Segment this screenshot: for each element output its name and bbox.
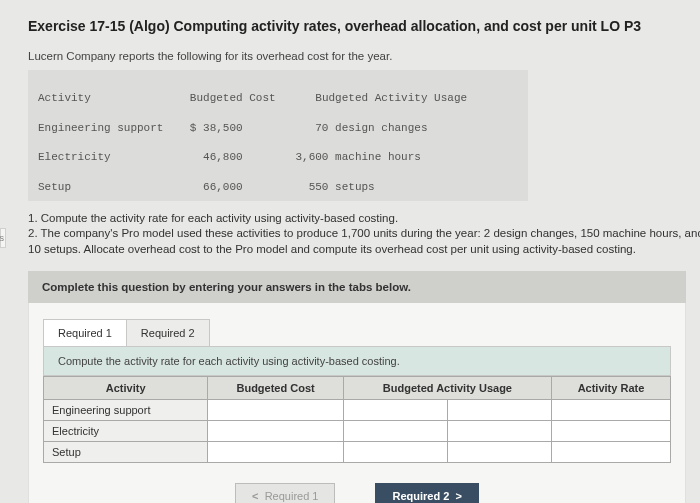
tab-strip: Required 1 Required 2 xyxy=(29,303,685,346)
row3-usage: 550 setups xyxy=(309,181,375,193)
answer-area: Required 1 Required 2 Compute the activi… xyxy=(28,303,686,503)
question-1: 1. Compute the activity rate for each ac… xyxy=(28,211,700,227)
prev-button[interactable]: < Required 1 xyxy=(235,483,335,503)
tab-required-2[interactable]: Required 2 xyxy=(127,319,210,346)
wt-row1-usage-b[interactable] xyxy=(447,400,551,421)
row2-usage: 3,600 machine hours xyxy=(295,151,420,163)
wt-row1-usage-a[interactable] xyxy=(343,400,447,421)
row3-cost: 66,000 xyxy=(203,181,243,193)
wt-row1-cost[interactable] xyxy=(208,400,344,421)
wt-head-rate: Activity Rate xyxy=(551,377,670,400)
wt-row3-cost[interactable] xyxy=(208,442,344,463)
work-table: Activity Budgeted Cost Budgeted Activity… xyxy=(43,376,671,463)
intro-text: Lucern Company reports the following for… xyxy=(28,50,700,62)
given-data-block: Activity Budgeted Cost Budgeted Activity… xyxy=(28,70,528,201)
col-usage: Budgeted Activity Usage xyxy=(315,92,467,104)
col-cost: Budgeted Cost xyxy=(190,92,276,104)
wt-row1-label: Engineering support xyxy=(44,400,208,421)
wt-row2-usage-a[interactable] xyxy=(343,421,447,442)
row2-cost: 46,800 xyxy=(203,151,243,163)
wt-row2-cost[interactable] xyxy=(208,421,344,442)
col-activity: Activity xyxy=(38,92,91,104)
next-button[interactable]: Required 2 > xyxy=(375,483,478,503)
row1-usage: 70 design changes xyxy=(315,122,427,134)
wt-row3-usage-b[interactable] xyxy=(447,442,551,463)
wt-head-activity: Activity xyxy=(44,377,208,400)
row1-activity: Engineering support xyxy=(38,122,163,134)
wt-row1-rate[interactable] xyxy=(551,400,670,421)
table-row: Electricity xyxy=(44,421,671,442)
next-label: Required 2 xyxy=(392,490,449,502)
wt-row2-rate[interactable] xyxy=(551,421,670,442)
wt-row3-rate[interactable] xyxy=(551,442,670,463)
wt-row2-label: Electricity xyxy=(44,421,208,442)
exercise-title: Exercise 17-15 (Algo) Computing activity… xyxy=(28,18,700,34)
row2-activity: Electricity xyxy=(38,151,111,163)
row1-cost: $ 38,500 xyxy=(190,122,243,134)
subprompt: Compute the activity rate for each activ… xyxy=(43,346,671,376)
row3-activity: Setup xyxy=(38,181,71,193)
left-stub: ces xyxy=(0,228,6,248)
table-row: Engineering support xyxy=(44,400,671,421)
nav-buttons: < Required 1 Required 2 > xyxy=(29,473,685,503)
chevron-left-icon: < xyxy=(252,490,258,502)
question-list: 1. Compute the activity rate for each ac… xyxy=(28,211,700,258)
wt-row2-usage-b[interactable] xyxy=(447,421,551,442)
prev-label: Required 1 xyxy=(265,490,319,502)
table-row: Setup xyxy=(44,442,671,463)
complete-instruction: Complete this question by entering your … xyxy=(28,271,686,303)
wt-head-usage: Budgeted Activity Usage xyxy=(343,377,551,400)
tab-required-1[interactable]: Required 1 xyxy=(43,319,127,346)
question-2: 2. The company's Pro model used these ac… xyxy=(28,226,700,257)
chevron-right-icon: > xyxy=(455,490,461,502)
wt-row3-usage-a[interactable] xyxy=(343,442,447,463)
wt-head-cost: Budgeted Cost xyxy=(208,377,344,400)
wt-row3-label: Setup xyxy=(44,442,208,463)
